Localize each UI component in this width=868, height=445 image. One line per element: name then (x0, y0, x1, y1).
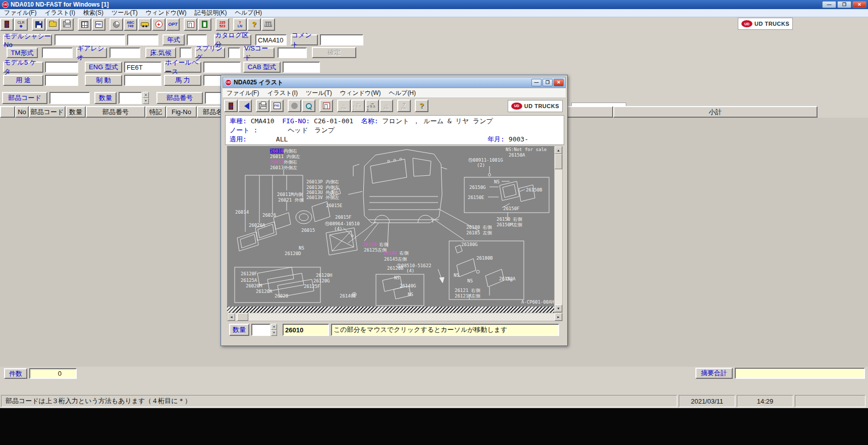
wheelbase-input[interactable] (203, 62, 241, 73)
brake-input[interactable] (124, 75, 161, 86)
part-label[interactable]: NS (454, 273, 459, 278)
part-label[interactable]: 26121M左側 (455, 293, 480, 299)
close-button[interactable]: ✕ (852, 1, 866, 8)
zoom-button[interactable] (302, 100, 315, 112)
menu-item[interactable]: ヘルプ(H) (231, 8, 266, 18)
part-label[interactable]: Ⓝ08911-1081G (468, 158, 503, 163)
close-button[interactable]: ✕ (554, 79, 564, 86)
illust-qty-stepper[interactable]: ▲▼ (271, 324, 277, 336)
part-label[interactable]: 26013V 外側左 (306, 195, 339, 200)
part-label[interactable]: 26150B (526, 187, 542, 192)
menu-item[interactable]: ファイル(F) (223, 88, 263, 98)
spin-down-icon[interactable]: ▼ (143, 98, 149, 104)
part-label[interactable]: 26026 (262, 213, 276, 218)
part-label[interactable]: 26150F (503, 206, 520, 211)
part-label[interactable]: 26020M (246, 283, 262, 288)
part-label[interactable]: 26013外側左 (270, 165, 297, 170)
fig-prev-button[interactable]: ←FIG (337, 100, 351, 112)
part-label[interactable]: 26011M内側 (277, 192, 303, 197)
part-label[interactable]: 26125F (304, 284, 320, 289)
part-label[interactable]: 26125A (241, 278, 257, 283)
part-label[interactable]: 26150M左側 (497, 222, 522, 227)
part-label[interactable]: 26015E (326, 203, 343, 208)
exit-button[interactable] (0, 18, 14, 31)
fig-list-button[interactable]: FIG (92, 18, 105, 31)
part-label[interactable]: 26120 右側 (363, 242, 389, 247)
part-label[interactable]: NS (394, 275, 400, 280)
selected-part-code[interactable]: 26010 (283, 324, 329, 336)
part-label[interactable]: 26012外側右 (270, 160, 297, 165)
part-label[interactable]: 26120B (387, 266, 404, 271)
maximize-button[interactable]: ❐ (542, 79, 553, 86)
hscroll-thumb[interactable] (237, 313, 248, 321)
part-label[interactable]: 26021 外側 (278, 197, 304, 203)
quantity-stepper[interactable]: ▲▼ (143, 92, 149, 104)
vehicle-search-button[interactable] (138, 18, 151, 31)
exit-button[interactable] (224, 100, 238, 112)
part-label[interactable]: 26180A (499, 276, 516, 281)
save-button[interactable] (32, 18, 45, 31)
part-label[interactable]: NS (408, 292, 413, 297)
part-label[interactable]: 26145左側 (384, 257, 407, 262)
part-label[interactable]: (2) (477, 163, 485, 168)
part-label[interactable]: 26015 (301, 228, 315, 233)
part-code-input[interactable] (49, 92, 90, 104)
part-label[interactable]: 26150E (468, 195, 484, 200)
code-help-button[interactable]: ? LN (233, 18, 247, 31)
part-label[interactable]: 26120G (313, 278, 330, 283)
quantity-input[interactable] (119, 92, 142, 104)
part-label[interactable]: NS (494, 179, 500, 184)
part-label[interactable]: 26150A (509, 153, 525, 158)
menu-item[interactable]: イラスト(I) (40, 8, 79, 18)
clipboard-button[interactable] (198, 18, 211, 31)
menu-item[interactable]: ウィンドウ(W) (336, 88, 385, 98)
fig-next-button[interactable]: →FIG (379, 100, 393, 112)
part-label[interactable]: (4) (334, 226, 342, 231)
clear-button[interactable]: CLR ◆ (14, 18, 28, 31)
part-label[interactable]: NS (299, 245, 304, 251)
scroll-down-icon[interactable]: ▼ (555, 305, 562, 312)
minimize-button[interactable]: — (531, 79, 541, 86)
part-label[interactable]: 26026A (249, 223, 265, 228)
part-label[interactable]: 26180B (476, 256, 493, 261)
illust-vscrollbar[interactable]: ▲ ▼ (554, 146, 563, 313)
marker-button[interactable] (288, 100, 301, 112)
maximize-button[interactable]: ❐ (837, 1, 851, 8)
engine-type-input[interactable]: FE6T (124, 62, 161, 73)
part-label[interactable]: 26120D (285, 251, 301, 256)
illust-hscrollbar[interactable]: ◄ ► (227, 313, 563, 321)
menu-item[interactable]: イラスト(I) (263, 88, 301, 98)
part-label[interactable]: 26013P 内側右 (306, 179, 339, 184)
basket-button[interactable] (261, 18, 275, 31)
help-button[interactable]: ? (247, 18, 261, 31)
part-label[interactable]: 26121 右側 (455, 288, 480, 293)
menu-item[interactable]: ヘルプ(H) (385, 88, 420, 98)
part-label[interactable]: 26150 右側 (497, 217, 522, 222)
option-button[interactable]: OPT (166, 18, 180, 31)
spin-up-icon[interactable]: ▲ (271, 324, 277, 330)
part-label[interactable]: 26013U 外側右 (306, 190, 339, 195)
gear-ratio-input[interactable] (110, 47, 140, 58)
print-button[interactable] (60, 18, 74, 31)
model5-input[interactable] (45, 62, 78, 73)
print-button[interactable] (256, 100, 269, 112)
menu-item[interactable]: ツール(T) (302, 88, 336, 98)
part-label[interactable]: 26140E (340, 293, 356, 299)
usage-input[interactable] (45, 75, 78, 86)
illust-next-button[interactable]: →イラスト (365, 100, 379, 112)
part-label[interactable]: 26013Q 内側左 (306, 185, 339, 190)
confirm-button[interactable]: 確定 (312, 47, 356, 58)
menu-item[interactable]: ファイル(F) (0, 8, 40, 18)
part-label[interactable]: NS (467, 278, 473, 283)
part-label[interactable]: 26140G (400, 283, 416, 288)
part-label[interactable]: A-CP601-00AH (521, 300, 554, 305)
model-grid-button[interactable] (78, 18, 91, 31)
part-label[interactable]: 26010内側右 (270, 149, 297, 154)
part-label[interactable]: 26015F (335, 215, 352, 220)
part-label[interactable]: (4) (406, 268, 414, 273)
spin-up-icon[interactable]: ▲ (143, 92, 149, 98)
illust-qty-input[interactable] (251, 324, 270, 336)
illust-prev-button[interactable]: ←イラスト (351, 100, 365, 112)
help-button[interactable]: ? (415, 100, 428, 112)
menu-item[interactable]: ツール(T) (107, 8, 142, 18)
